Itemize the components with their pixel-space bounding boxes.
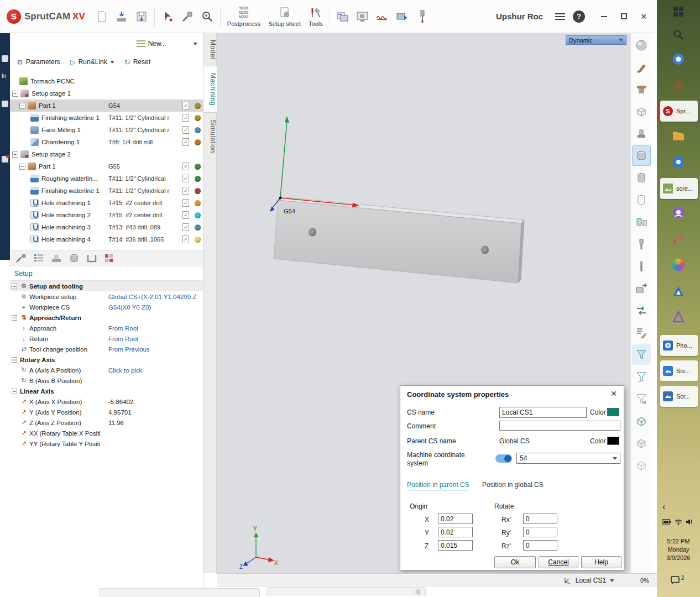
- new-operation-button[interactable]: New...: [148, 40, 166, 48]
- prop-row[interactable]: ↓ReturnFrom Root: [10, 333, 203, 344]
- tree-row-operation[interactable]: Hole machining 2T#15: #2 center drill✓: [10, 209, 203, 221]
- start-button[interactable]: [671, 4, 686, 19]
- tab-simulation[interactable]: Simulation: [203, 113, 217, 160]
- tool-icon[interactable]: [632, 256, 651, 276]
- app-blue-a-icon[interactable]: [671, 284, 686, 298]
- maps-pin-icon[interactable]: [671, 155, 686, 169]
- help-icon[interactable]: ?: [573, 11, 585, 23]
- bottom-popup[interactable]: [100, 588, 260, 597]
- prop-row[interactable]: ↗Z (Axis Z Position)11.96: [10, 417, 203, 428]
- close-button[interactable]: ✕: [635, 8, 652, 25]
- tree-row-operation[interactable]: Hole machining 4T#14: #36 drill .1065✓: [10, 233, 203, 245]
- cs-name-input[interactable]: [499, 407, 587, 418]
- workpiece-tab-icon[interactable]: [67, 252, 81, 264]
- dock-panel-icon[interactable]: [2, 55, 8, 62]
- sketch-app-icon[interactable]: [671, 232, 686, 247]
- expander-icon[interactable]: −: [12, 315, 17, 321]
- volume-icon[interactable]: [686, 519, 694, 525]
- operation-checkbox-icon[interactable]: ✓: [182, 138, 189, 146]
- workpiece-box-icon[interactable]: [632, 101, 651, 122]
- parent-color-swatch[interactable]: [607, 437, 619, 445]
- prop-row[interactable]: ⚙Workpiece setupGlobal CS+(X-2.01 Y1.042…: [10, 291, 203, 302]
- tree-row-operation[interactable]: Chamfering 1T#8: 1/4 drill mill✓: [10, 136, 203, 148]
- probe-button[interactable]: [412, 6, 432, 27]
- expander-icon[interactable]: −: [19, 103, 25, 109]
- prop-header[interactable]: −Linear Axis: [10, 386, 203, 396]
- notification-center[interactable]: 2: [670, 575, 685, 585]
- run-link-dropdown-icon[interactable]: [110, 61, 114, 64]
- import-export-icon[interactable]: [632, 300, 651, 321]
- tab-position-parent-cs[interactable]: Position in parent CS: [407, 481, 469, 490]
- operation-checkbox-icon[interactable]: ✓: [182, 175, 189, 182]
- filter-shapes-icon[interactable]: [632, 389, 651, 409]
- machine-tab-icon[interactable]: [50, 252, 63, 264]
- prop-value-link[interactable]: From Previous: [108, 346, 150, 353]
- fixture-tab-icon[interactable]: [85, 252, 98, 264]
- origin-x-input[interactable]: [438, 514, 473, 524]
- tree-row-operation[interactable]: Finishing waterline 1T#11: 1/2" Cylindri…: [10, 112, 203, 124]
- chevron-down-icon[interactable]: [610, 579, 614, 582]
- tree-row-part[interactable]: −Part 1G55✓: [10, 160, 203, 172]
- popup-close-icon[interactable]: [415, 589, 421, 595]
- tree-row-part[interactable]: −Part 1G54✓: [10, 100, 203, 112]
- setup-sheet-button[interactable]: Setup sheet: [268, 6, 301, 27]
- operation-checkbox-icon[interactable]: ✓: [182, 187, 189, 195]
- run-link-button[interactable]: ▷Run&Link: [70, 58, 114, 66]
- search-icon[interactable]: [671, 28, 686, 42]
- expander-icon[interactable]: −: [12, 151, 18, 158]
- rotate-x-input[interactable]: [523, 514, 557, 524]
- machine-component-icon[interactable]: [632, 79, 651, 100]
- taskbar-photos-button[interactable]: Pho...: [660, 335, 698, 356]
- file-explorer-icon[interactable]: [671, 128, 686, 143]
- dock-panel-alert-icon[interactable]: [2, 156, 8, 163]
- prop-row[interactable]: +Workpiece CSG54(X0 Y0 Z0): [10, 302, 203, 312]
- widgets-icon[interactable]: [671, 52, 686, 66]
- dock-panel-label[interactable]: In: [2, 73, 6, 79]
- viewport-3d[interactable]: Dynamic G54 Y: [217, 33, 630, 573]
- operation-checkbox-icon[interactable]: ✓: [182, 211, 189, 219]
- prop-row[interactable]: ↗X (Axis X Position)-5.86402: [10, 396, 203, 407]
- prop-row[interactable]: ↑ApproachFrom Root: [10, 323, 203, 333]
- tree-row-operation[interactable]: Finishing waterline 1T#11: 1/2" Cylindri…: [10, 185, 203, 197]
- tooling-tab-icon[interactable]: [14, 252, 28, 264]
- import-button[interactable]: [112, 6, 132, 27]
- machine-window-button[interactable]: [353, 6, 373, 27]
- operation-checkbox-icon[interactable]: ✓: [182, 114, 189, 122]
- rotate-z-input[interactable]: [523, 540, 557, 551]
- minimize-button[interactable]: [595, 8, 612, 25]
- copilot-icon[interactable]: [671, 258, 686, 272]
- operation-list-tab-icon[interactable]: [32, 252, 45, 264]
- pick-tool-button[interactable]: [158, 6, 177, 27]
- tab-machining[interactable]: Machining: [203, 66, 217, 113]
- cube-light-icon[interactable]: [632, 455, 651, 475]
- origin-z-input[interactable]: [438, 540, 473, 551]
- shaded-view-icon[interactable]: [632, 35, 651, 55]
- collision-tab-icon[interactable]: [103, 252, 116, 264]
- operation-checkbox-icon[interactable]: ✓: [182, 102, 189, 109]
- menu-icon[interactable]: [555, 13, 565, 20]
- prism-icon[interactable]: [671, 310, 686, 324]
- new-operation-dropdown-icon[interactable]: [193, 43, 197, 45]
- taskbar-screenshot-button[interactable]: scre...: [660, 178, 698, 199]
- expander-icon[interactable]: −: [12, 389, 17, 394]
- ok-button[interactable]: Ok: [494, 556, 536, 568]
- fixture-icon[interactable]: [632, 123, 651, 144]
- tree-row-operation[interactable]: Hole machining 3T#13: #43 drill .089✓: [10, 221, 203, 233]
- battery-icon[interactable]: [662, 519, 671, 525]
- machining-run-button[interactable]: [393, 6, 412, 27]
- bottom-popup[interactable]: [267, 587, 426, 596]
- edit-list-icon[interactable]: [632, 322, 651, 343]
- tab-position-global-cs[interactable]: Position in global CS: [482, 481, 544, 489]
- cs-color-swatch[interactable]: [607, 408, 619, 416]
- taskbar-screen-button-1[interactable]: Scr...: [660, 360, 698, 381]
- prop-value-link[interactable]: G54(X0 Y0 Z0): [108, 304, 151, 311]
- cylinder-outline-icon[interactable]: [632, 190, 651, 210]
- help-button[interactable]: Help: [581, 556, 621, 568]
- new-project-button[interactable]: [92, 6, 112, 27]
- operation-checkbox-icon[interactable]: ✓: [182, 223, 189, 231]
- taskbar-screen-button-2[interactable]: Scr...: [660, 386, 698, 407]
- operation-checkbox-icon[interactable]: ✓: [182, 126, 189, 134]
- cancel-button[interactable]: Cancel: [539, 556, 578, 568]
- machine-transfer-icon[interactable]: [632, 278, 651, 298]
- tree-row-machine[interactable]: Tormach PCNC: [10, 75, 203, 87]
